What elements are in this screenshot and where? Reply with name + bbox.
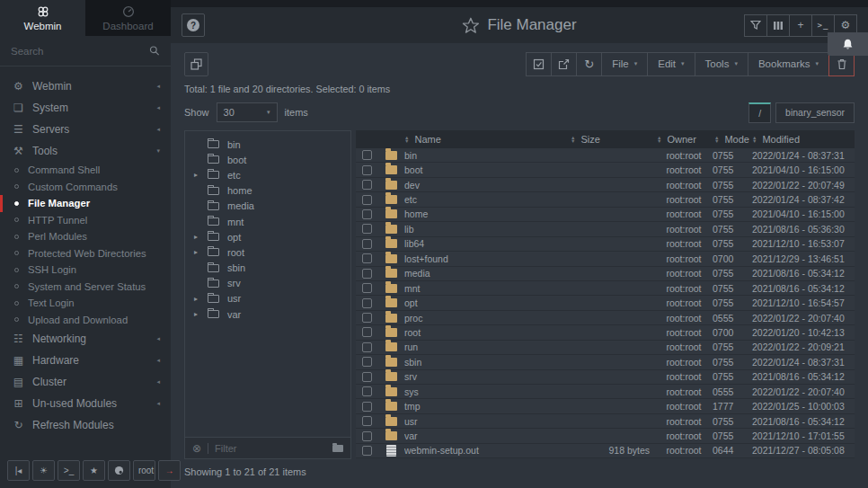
row-checkbox[interactable] bbox=[362, 180, 372, 190]
file-name[interactable]: lib bbox=[404, 224, 569, 235]
select-all-button[interactable] bbox=[526, 52, 552, 76]
file-name[interactable]: usr bbox=[404, 416, 569, 427]
row-checkbox[interactable] bbox=[362, 209, 372, 219]
sidebar-item[interactable]: System and Server Status bbox=[0, 279, 171, 296]
column-header-modified[interactable]: ▲▼ Modified bbox=[752, 134, 855, 145]
sidebar-item[interactable]: ⚒ Tools ▾ bbox=[0, 140, 171, 162]
tab-dashboard[interactable]: Dashboard bbox=[85, 0, 171, 36]
file-name[interactable]: home bbox=[404, 209, 569, 219]
tree-item[interactable]: ▸ usr bbox=[185, 291, 350, 306]
add-button[interactable]: + bbox=[789, 14, 812, 37]
file-name[interactable]: bin bbox=[404, 150, 569, 161]
file-name[interactable]: var bbox=[404, 430, 569, 441]
expander-icon[interactable]: ▸ bbox=[194, 171, 208, 179]
expander-icon[interactable]: ▸ bbox=[194, 310, 208, 318]
sidebar-item[interactable]: Upload and Download bbox=[0, 312, 171, 329]
file-name[interactable]: opt bbox=[404, 297, 569, 308]
table-row[interactable]: usr root:root 0755 2021/08/16 - 05:34:12 bbox=[356, 414, 855, 429]
sort-icon[interactable]: ▲▼ bbox=[752, 136, 757, 144]
tree-item[interactable]: ▸ home bbox=[185, 183, 350, 199]
path-tab[interactable]: binary_sensor bbox=[775, 102, 855, 123]
row-checkbox[interactable] bbox=[362, 269, 372, 279]
table-row[interactable]: proc root:root 0555 2022/01/22 - 20:07:4… bbox=[356, 311, 855, 325]
tree-item[interactable]: ▸ etc bbox=[185, 167, 350, 182]
menu-button[interactable]: File ▾ bbox=[601, 52, 648, 76]
clear-filter-icon[interactable]: ⊗ bbox=[192, 442, 201, 455]
table-row[interactable]: lib64 root:root 0755 2021/12/10 - 16:53:… bbox=[356, 237, 855, 252]
sidebar-item[interactable]: Protected Web Directories bbox=[0, 245, 171, 262]
table-row[interactable]: media root:root 0755 2021/08/16 - 05:34:… bbox=[356, 267, 855, 281]
file-name[interactable]: root bbox=[404, 327, 569, 338]
tree-item[interactable]: ▸ media bbox=[185, 199, 350, 214]
sidebar-item[interactable]: ▤ Cluster ◂ bbox=[0, 371, 171, 393]
help-button[interactable]: ? bbox=[182, 13, 205, 37]
sidebar-item[interactable]: Text Login bbox=[0, 295, 171, 312]
table-row[interactable]: lib root:root 0755 2021/08/16 - 05:36:30 bbox=[356, 222, 855, 236]
refresh-button[interactable]: ↻ bbox=[576, 52, 602, 76]
column-header-owner[interactable]: ▲▼ Owner bbox=[655, 134, 713, 145]
row-checkbox[interactable] bbox=[362, 372, 372, 382]
file-name[interactable]: run bbox=[404, 342, 569, 352]
file-name[interactable]: dev bbox=[404, 180, 569, 191]
tree-item[interactable]: ▸ bin bbox=[185, 137, 350, 152]
tree-item[interactable]: ▸ boot bbox=[185, 152, 350, 167]
file-name[interactable]: srv bbox=[404, 371, 569, 382]
row-checkbox[interactable] bbox=[362, 386, 372, 396]
table-row[interactable]: tmp root:root 1777 2022/01/25 - 10:00:03 bbox=[356, 399, 855, 413]
file-name[interactable]: sbin bbox=[404, 357, 569, 368]
expander-icon[interactable]: ▸ bbox=[194, 233, 208, 241]
row-checkbox[interactable] bbox=[362, 342, 372, 352]
row-checkbox[interactable] bbox=[362, 239, 372, 249]
row-checkbox[interactable] bbox=[362, 327, 372, 337]
palette-button[interactable] bbox=[108, 460, 130, 481]
logout-button[interactable]: → bbox=[158, 460, 181, 481]
row-checkbox[interactable] bbox=[362, 298, 372, 308]
row-checkbox[interactable] bbox=[362, 165, 372, 175]
table-row[interactable]: root root:root 0700 2022/01/20 - 10:42:1… bbox=[356, 325, 855, 340]
file-name[interactable]: lib64 bbox=[404, 238, 569, 249]
row-checkbox[interactable] bbox=[362, 283, 372, 293]
table-row[interactable]: sys root:root 0555 2022/01/22 - 20:07:40 bbox=[356, 385, 855, 399]
row-checkbox[interactable] bbox=[362, 416, 372, 426]
row-checkbox[interactable] bbox=[362, 431, 372, 441]
sidebar-item[interactable]: ⊞ Un-used Modules ◂ bbox=[0, 393, 171, 414]
table-row[interactable]: boot root:root 0755 2021/04/10 - 16:15:0… bbox=[356, 163, 855, 177]
table-row[interactable]: dev root:root 0755 2022/01/22 - 20:07:49 bbox=[356, 178, 855, 192]
sidebar-item[interactable]: Command Shell bbox=[0, 162, 171, 179]
sort-icon[interactable]: ▲▼ bbox=[571, 136, 575, 144]
row-checkbox[interactable] bbox=[362, 357, 372, 367]
tree-item[interactable]: ▸ srv bbox=[185, 276, 350, 291]
sidebar-item[interactable]: File Manager bbox=[0, 195, 171, 212]
table-row[interactable]: srv root:root 0755 2021/08/16 - 05:34:12 bbox=[356, 370, 855, 385]
column-header-name[interactable]: ▲▼ Name bbox=[404, 134, 569, 145]
row-checkbox[interactable] bbox=[362, 150, 372, 160]
tree-item[interactable]: ▸ var bbox=[185, 306, 350, 322]
sidebar-item[interactable]: ☷ Networking ◂ bbox=[0, 328, 171, 350]
sidebar-item[interactable]: SSH Login bbox=[0, 262, 171, 279]
table-row[interactable]: bin root:root 0755 2022/01/24 - 08:37:31 bbox=[356, 148, 855, 163]
table-row[interactable]: etc root:root 0755 2022/01/24 - 08:37:42 bbox=[356, 192, 855, 207]
sort-icon[interactable]: ▲▼ bbox=[714, 136, 719, 144]
file-name[interactable]: mnt bbox=[404, 283, 569, 294]
share-button[interactable] bbox=[551, 52, 577, 76]
sidebar-item[interactable]: ☰ Servers ◂ bbox=[0, 119, 171, 140]
tree-item[interactable]: ▸ opt bbox=[185, 229, 350, 244]
tree-item[interactable]: ▸ mnt bbox=[185, 214, 350, 229]
table-row[interactable]: sbin root:root 0755 2022/01/24 - 08:37:3… bbox=[356, 355, 855, 369]
file-name[interactable]: boot bbox=[404, 164, 569, 175]
favorites-button[interactable]: ★ bbox=[83, 460, 105, 481]
tab-webmin[interactable]: Webmin bbox=[0, 0, 85, 36]
file-name[interactable]: proc bbox=[404, 313, 569, 324]
file-name[interactable]: etc bbox=[404, 194, 569, 205]
table-row[interactable]: var root:root 0755 2021/12/10 - 17:01:55 bbox=[356, 429, 855, 443]
collapse-sidebar-button[interactable]: |◂ bbox=[7, 460, 30, 481]
expander-icon[interactable]: ▸ bbox=[194, 295, 208, 303]
theme-button[interactable]: ☀ bbox=[32, 460, 55, 481]
sidebar-item[interactable]: ▦ Hardware ◂ bbox=[0, 350, 171, 371]
file-name[interactable]: sys bbox=[404, 386, 569, 397]
sidebar-item[interactable]: ↻ Refresh Modules bbox=[0, 414, 171, 436]
row-checkbox[interactable] bbox=[362, 253, 372, 263]
sidebar-item[interactable]: HTTP Tunnel bbox=[0, 212, 171, 229]
table-row[interactable]: run root:root 0755 2022/01/22 - 20:09:21 bbox=[356, 341, 855, 355]
file-name[interactable]: lost+found bbox=[404, 253, 569, 264]
